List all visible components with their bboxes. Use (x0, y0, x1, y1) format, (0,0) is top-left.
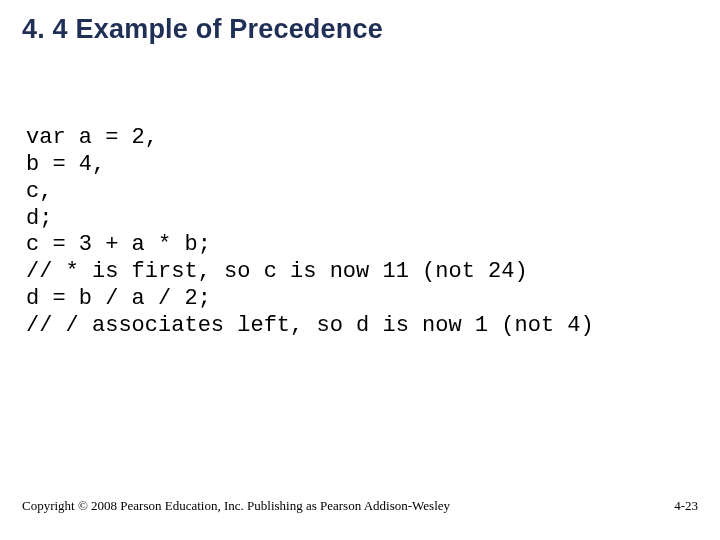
code-line: // * is first, so c is now 11 (not 24) (26, 259, 528, 284)
code-line: d; (26, 206, 52, 231)
code-line: // / associates left, so d is now 1 (not… (26, 313, 594, 338)
slide: 4. 4 Example of Precedence var a = 2, b … (0, 0, 720, 540)
code-block: var a = 2, b = 4, c, d; c = 3 + a * b; /… (26, 125, 698, 340)
code-line: b = 4, (26, 152, 105, 177)
code-line: c = 3 + a * b; (26, 232, 211, 257)
slide-title: 4. 4 Example of Precedence (22, 14, 698, 45)
code-line: var a = 2, (26, 125, 158, 150)
copyright-text: Copyright © 2008 Pearson Education, Inc.… (22, 498, 450, 514)
footer: Copyright © 2008 Pearson Education, Inc.… (22, 498, 698, 514)
code-line: d = b / a / 2; (26, 286, 211, 311)
page-number: 4-23 (674, 498, 698, 514)
code-line: c, (26, 179, 52, 204)
